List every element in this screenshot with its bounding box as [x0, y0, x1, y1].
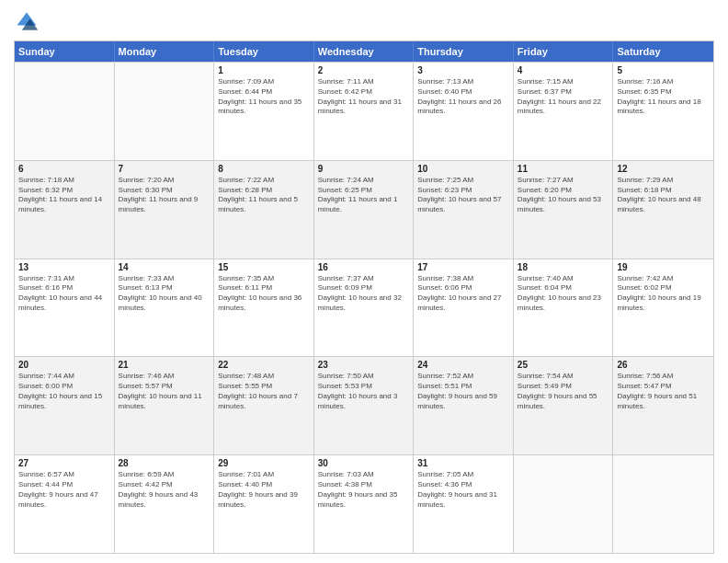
calendar-cell: 21Sunrise: 7:46 AM Sunset: 5:57 PM Dayli… [115, 357, 215, 454]
day-info: Sunrise: 7:37 AM Sunset: 6:09 PM Dayligh… [318, 274, 410, 314]
day-info: Sunrise: 7:01 AM Sunset: 4:40 PM Dayligh… [218, 470, 310, 510]
calendar-cell: 27Sunrise: 6:57 AM Sunset: 4:44 PM Dayli… [15, 455, 115, 553]
calendar-header: SundayMondayTuesdayWednesdayThursdayFrid… [15, 41, 713, 62]
calendar-week-5: 27Sunrise: 6:57 AM Sunset: 4:44 PM Dayli… [15, 454, 713, 553]
day-number: 8 [218, 164, 310, 174]
day-number: 2 [318, 65, 410, 75]
day-info: Sunrise: 7:40 AM Sunset: 6:04 PM Dayligh… [518, 274, 609, 314]
day-number: 22 [218, 360, 310, 370]
calendar-cell: 30Sunrise: 7:03 AM Sunset: 4:38 PM Dayli… [314, 455, 415, 553]
day-info: Sunrise: 7:27 AM Sunset: 6:20 PM Dayligh… [518, 176, 609, 215]
day-info: Sunrise: 7:05 AM Sunset: 4:36 PM Dayligh… [417, 470, 509, 510]
day-number: 31 [417, 458, 509, 468]
header-day-monday: Monday [115, 41, 215, 62]
calendar-cell: 22Sunrise: 7:48 AM Sunset: 5:55 PM Dayli… [214, 357, 314, 454]
day-info: Sunrise: 7:13 AM Sunset: 6:40 PM Dayligh… [417, 77, 509, 117]
day-number: 29 [218, 458, 310, 468]
logo-icon [14, 9, 40, 35]
header-day-tuesday: Tuesday [214, 41, 314, 62]
calendar-cell: 6Sunrise: 7:18 AM Sunset: 6:32 PM Daylig… [15, 161, 115, 259]
day-number: 21 [119, 360, 210, 370]
day-info: Sunrise: 7:48 AM Sunset: 5:55 PM Dayligh… [218, 372, 310, 411]
day-number: 12 [617, 164, 710, 174]
page: SundayMondayTuesdayWednesdayThursdayFrid… [0, 0, 728, 563]
day-number: 23 [318, 360, 410, 370]
calendar-cell: 11Sunrise: 7:27 AM Sunset: 6:20 PM Dayli… [514, 161, 614, 259]
day-info: Sunrise: 7:18 AM Sunset: 6:32 PM Dayligh… [18, 176, 110, 215]
day-number: 27 [18, 458, 110, 468]
day-info: Sunrise: 7:50 AM Sunset: 5:53 PM Dayligh… [318, 372, 410, 411]
calendar-cell: 26Sunrise: 7:56 AM Sunset: 5:47 PM Dayli… [613, 357, 713, 454]
day-info: Sunrise: 7:11 AM Sunset: 6:42 PM Dayligh… [318, 77, 410, 117]
day-info: Sunrise: 6:57 AM Sunset: 4:44 PM Dayligh… [18, 470, 110, 510]
calendar-cell: 5Sunrise: 7:16 AM Sunset: 6:35 PM Daylig… [613, 63, 713, 160]
day-info: Sunrise: 7:56 AM Sunset: 5:47 PM Dayligh… [617, 372, 710, 411]
calendar-week-3: 13Sunrise: 7:31 AM Sunset: 6:16 PM Dayli… [15, 259, 713, 357]
calendar-cell: 9Sunrise: 7:24 AM Sunset: 6:25 PM Daylig… [314, 161, 415, 259]
day-info: Sunrise: 7:54 AM Sunset: 5:49 PM Dayligh… [518, 372, 609, 411]
day-number: 13 [18, 262, 110, 272]
calendar-week-1: 1Sunrise: 7:09 AM Sunset: 6:44 PM Daylig… [15, 62, 713, 160]
day-info: Sunrise: 7:15 AM Sunset: 6:37 PM Dayligh… [518, 77, 609, 117]
day-info: Sunrise: 7:03 AM Sunset: 4:38 PM Dayligh… [318, 470, 410, 510]
day-info: Sunrise: 7:46 AM Sunset: 5:57 PM Dayligh… [119, 372, 210, 411]
calendar-cell: 1Sunrise: 7:09 AM Sunset: 6:44 PM Daylig… [214, 63, 314, 160]
day-number: 26 [617, 360, 710, 370]
day-info: Sunrise: 7:38 AM Sunset: 6:06 PM Dayligh… [417, 274, 509, 314]
day-number: 11 [518, 164, 609, 174]
day-number: 20 [18, 360, 110, 370]
calendar-cell: 29Sunrise: 7:01 AM Sunset: 4:40 PM Dayli… [214, 455, 314, 553]
calendar-cell: 4Sunrise: 7:15 AM Sunset: 6:37 PM Daylig… [514, 63, 614, 160]
calendar-cell: 14Sunrise: 7:33 AM Sunset: 6:13 PM Dayli… [115, 259, 215, 357]
calendar-cell: 19Sunrise: 7:42 AM Sunset: 6:02 PM Dayli… [613, 259, 713, 357]
day-info: Sunrise: 7:42 AM Sunset: 6:02 PM Dayligh… [617, 274, 710, 314]
calendar-cell: 28Sunrise: 6:59 AM Sunset: 4:42 PM Dayli… [115, 455, 215, 553]
day-info: Sunrise: 7:25 AM Sunset: 6:23 PM Dayligh… [417, 176, 509, 215]
logo [14, 9, 43, 35]
day-number: 18 [518, 262, 609, 272]
calendar-cell: 8Sunrise: 7:22 AM Sunset: 6:28 PM Daylig… [214, 161, 314, 259]
calendar-body: 1Sunrise: 7:09 AM Sunset: 6:44 PM Daylig… [15, 62, 713, 553]
day-number: 15 [218, 262, 310, 272]
day-info: Sunrise: 7:29 AM Sunset: 6:18 PM Dayligh… [617, 176, 710, 215]
day-number: 3 [417, 65, 509, 75]
calendar-cell: 20Sunrise: 7:44 AM Sunset: 6:00 PM Dayli… [15, 357, 115, 454]
calendar-cell: 2Sunrise: 7:11 AM Sunset: 6:42 PM Daylig… [314, 63, 415, 160]
day-number: 30 [318, 458, 410, 468]
day-info: Sunrise: 7:20 AM Sunset: 6:30 PM Dayligh… [119, 176, 210, 215]
day-info: Sunrise: 7:31 AM Sunset: 6:16 PM Dayligh… [18, 274, 110, 314]
day-info: Sunrise: 7:44 AM Sunset: 6:00 PM Dayligh… [18, 372, 110, 411]
calendar-cell: 3Sunrise: 7:13 AM Sunset: 6:40 PM Daylig… [414, 63, 514, 160]
calendar-cell [613, 455, 713, 553]
day-info: Sunrise: 7:33 AM Sunset: 6:13 PM Dayligh… [119, 274, 210, 314]
calendar-week-4: 20Sunrise: 7:44 AM Sunset: 6:00 PM Dayli… [15, 356, 713, 454]
day-number: 1 [218, 65, 310, 75]
day-info: Sunrise: 7:16 AM Sunset: 6:35 PM Dayligh… [617, 77, 710, 117]
calendar-cell: 17Sunrise: 7:38 AM Sunset: 6:06 PM Dayli… [414, 259, 514, 357]
day-info: Sunrise: 7:24 AM Sunset: 6:25 PM Dayligh… [318, 176, 410, 215]
day-info: Sunrise: 7:52 AM Sunset: 5:51 PM Dayligh… [417, 372, 509, 411]
day-info: Sunrise: 7:35 AM Sunset: 6:11 PM Dayligh… [218, 274, 310, 314]
calendar-cell: 10Sunrise: 7:25 AM Sunset: 6:23 PM Dayli… [414, 161, 514, 259]
day-number: 4 [518, 65, 609, 75]
calendar-cell: 16Sunrise: 7:37 AM Sunset: 6:09 PM Dayli… [314, 259, 415, 357]
header-day-wednesday: Wednesday [314, 41, 415, 62]
day-info: Sunrise: 7:09 AM Sunset: 6:44 PM Dayligh… [218, 77, 310, 117]
calendar-cell [514, 455, 614, 553]
calendar-cell: 7Sunrise: 7:20 AM Sunset: 6:30 PM Daylig… [115, 161, 215, 259]
header-day-sunday: Sunday [15, 41, 115, 62]
day-number: 28 [119, 458, 210, 468]
header-day-saturday: Saturday [613, 41, 713, 62]
day-info: Sunrise: 6:59 AM Sunset: 4:42 PM Dayligh… [119, 470, 210, 510]
calendar-cell: 12Sunrise: 7:29 AM Sunset: 6:18 PM Dayli… [613, 161, 713, 259]
calendar-cell [15, 63, 115, 160]
day-number: 9 [318, 164, 410, 174]
day-number: 10 [417, 164, 509, 174]
header-day-thursday: Thursday [414, 41, 514, 62]
day-number: 7 [119, 164, 210, 174]
day-number: 6 [18, 164, 110, 174]
header [14, 9, 714, 35]
header-day-friday: Friday [514, 41, 614, 62]
day-number: 16 [318, 262, 410, 272]
day-info: Sunrise: 7:22 AM Sunset: 6:28 PM Dayligh… [218, 176, 310, 215]
